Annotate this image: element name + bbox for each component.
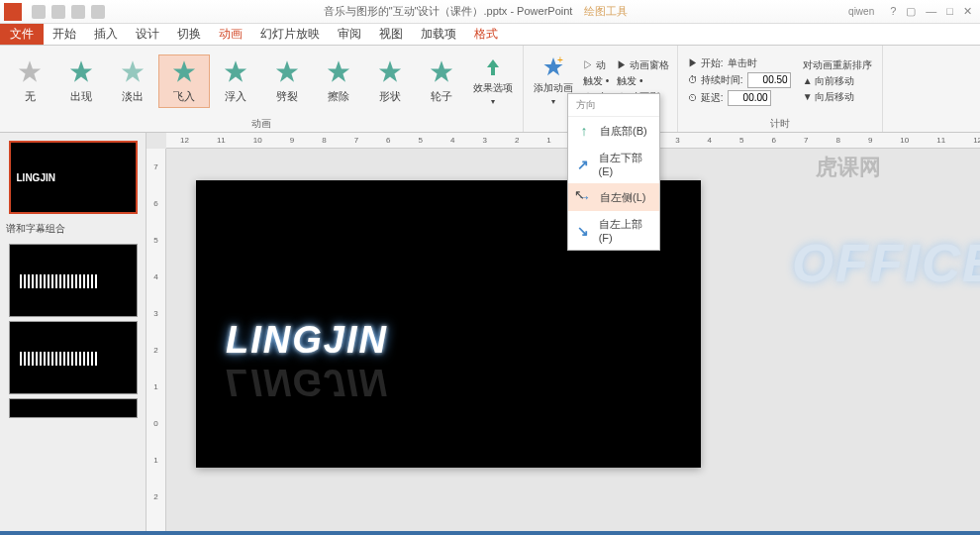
close-icon[interactable]: ✕ [963,5,972,18]
tab-design[interactable]: 设计 [127,26,168,43]
anim-wheel[interactable]: 轮子 [416,55,467,107]
tab-transitions[interactable]: 切换 [168,26,210,43]
animation-pane-button[interactable]: ▶ 动画窗格 [617,58,669,72]
delay-label: ⏲ 延迟: [688,91,724,105]
qat-undo-icon[interactable] [51,5,65,19]
svg-text:+: + [557,55,563,65]
anim-shape[interactable]: 形状 [364,55,416,107]
qat-redo-icon[interactable] [71,5,85,19]
effect-options-button[interactable]: 效果选项▾ [467,54,519,108]
trigger-button[interactable]: 触发 • [617,74,669,88]
window-controls[interactable]: ? ▢ — □ ✕ [882,5,980,18]
watermark-brand: 虎课网 [816,153,881,182]
workspace: LINGJIN 谱和字幕组合 1211109876543210123456789… [0,133,980,535]
duration-input[interactable] [747,72,791,88]
status-bar [0,531,980,535]
effect-options-dropdown: 方向 ↑自底部(B) ↗自左下部(E) →自左侧(L)↖ ↘自左上部(F) [567,93,660,251]
file-tab[interactable]: 文件 [0,24,44,45]
reorder-label: 对动画重新排序 [803,58,872,72]
anim-none[interactable]: 无 [4,55,55,107]
user-label: qiwen [840,6,882,17]
direction-from-left[interactable]: →自左侧(L)↖ [568,183,659,211]
slide-title-reflection: LINGJIN [226,361,388,403]
watermark-office: OFFICE [792,232,980,293]
slide-thumbnails-panel[interactable]: LINGJIN 谱和字幕组合 [0,133,147,535]
qat-save-icon[interactable] [32,5,46,19]
qat-start-icon[interactable] [91,5,105,19]
anim-floatin[interactable]: 浮入 [210,55,261,107]
thumbnail-1[interactable]: LINGJIN [9,141,138,214]
delay-input[interactable] [728,90,771,106]
slide-title-text[interactable]: LINGJIN [226,319,388,362]
direction-from-bottom-left[interactable]: ↗自左下部(E) [568,145,659,183]
window-title: 音乐与图形的"互动"设计（课件）.pptx - PowerPoint绘图工具 [111,4,840,19]
tab-review[interactable]: 审阅 [329,26,370,43]
tab-home[interactable]: 开始 [44,26,85,43]
duration-label: ⏱ 持续时间: [688,73,743,87]
animation-gallery[interactable]: 无 出现 淡出 飞入 浮入 劈裂 擦除 形状 轮子 效果选项▾ [0,46,523,116]
thumbnail-2[interactable] [9,244,138,317]
ruler-vertical: 765432101234567 [147,149,166,535]
dropdown-header: 方向 [568,94,659,117]
anim-appear[interactable]: 出现 [55,55,107,107]
move-earlier-button[interactable]: ▲ 向前移动 [803,74,872,88]
minimize-icon[interactable]: — [926,5,936,18]
adv-opt-1[interactable]: ▷ 动 [583,58,609,72]
title-bar: 音乐与图形的"互动"设计（课件）.pptx - PowerPoint绘图工具 q… [0,0,980,24]
tab-addins[interactable]: 加载项 [412,26,465,43]
anim-split[interactable]: 劈裂 [261,55,313,107]
slide-canvas-area[interactable]: 1211109876543210123456789101112 76543210… [147,133,980,535]
anim-flyin[interactable]: 飞入 [158,54,210,108]
tab-format[interactable]: 格式 [465,26,507,43]
direction-from-bottom[interactable]: ↑自底部(B) [568,117,659,145]
adv-opt-2[interactable]: 触发 • [583,74,609,88]
start-label: ▶ 开始: [688,56,724,70]
start-value[interactable]: 单击时 [728,56,757,70]
tab-view[interactable]: 视图 [370,26,412,43]
ribbon: 无 出现 淡出 飞入 浮入 劈裂 擦除 形状 轮子 效果选项▾ 动画 +添加动画… [0,46,980,133]
group-label-timing: 计时 [678,116,882,132]
thumbnail-3[interactable] [9,321,138,394]
maximize-icon[interactable]: □ [946,5,953,18]
help-icon[interactable]: ? [890,5,896,18]
ribbon-tabs: 文件 开始 插入 设计 切换 动画 幻灯片放映 审阅 视图 加载项 格式 [0,24,980,46]
ribbon-toggle-icon[interactable]: ▢ [906,5,916,18]
section-label[interactable]: 谱和字幕组合 [4,218,142,240]
thumbnail-4[interactable] [9,398,138,418]
app-icon [4,3,22,21]
tab-insert[interactable]: 插入 [85,26,127,43]
anim-wipe[interactable]: 擦除 [313,55,364,107]
direction-from-top-left[interactable]: ↘自左上部(F) [568,211,659,250]
anim-fade[interactable]: 淡出 [107,55,158,107]
move-later-button[interactable]: ▼ 向后移动 [803,90,872,104]
tab-animations[interactable]: 动画 [210,26,251,43]
group-label-animation: 动画 [0,116,523,132]
quick-access-toolbar[interactable] [26,5,111,19]
tab-slideshow[interactable]: 幻灯片放映 [251,26,329,43]
